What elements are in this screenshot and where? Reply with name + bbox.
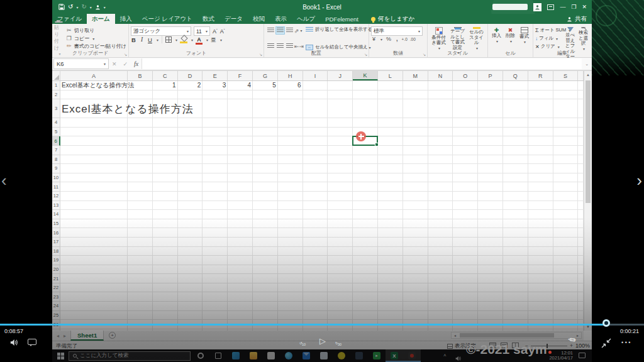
player-controls: 0:08:57 0:00:21 ↺10 ▷ ↻30 ✏ ••• ‹ ›: [0, 0, 644, 362]
forward-30-button[interactable]: ↻30: [335, 336, 338, 348]
play-button[interactable]: ▷: [319, 336, 326, 346]
progress-knob[interactable]: [602, 319, 610, 327]
progress-bar-played[interactable]: [0, 324, 608, 326]
pencil-cursor-icon: ✏: [567, 334, 577, 346]
collapse-player-icon[interactable]: [601, 338, 611, 351]
elapsed-time: 0:08:57: [4, 328, 23, 334]
video-player-frame: ↺▾ ↻▾ ▾ Book1 - Excel — ❐ ✕ ファイルホーム挿入ページ…: [0, 0, 644, 362]
rewind-10-button[interactable]: ↺10: [299, 336, 303, 348]
progress-bar-remaining[interactable]: [608, 324, 644, 326]
next-video-chevron-icon[interactable]: ›: [636, 171, 642, 190]
more-options-icon[interactable]: •••: [621, 339, 632, 346]
prev-video-chevron-icon[interactable]: ‹: [1, 171, 7, 190]
remaining-time: 0:00:21: [620, 328, 639, 334]
volume-icon[interactable]: [10, 337, 19, 349]
subtitles-icon[interactable]: [28, 339, 36, 345]
